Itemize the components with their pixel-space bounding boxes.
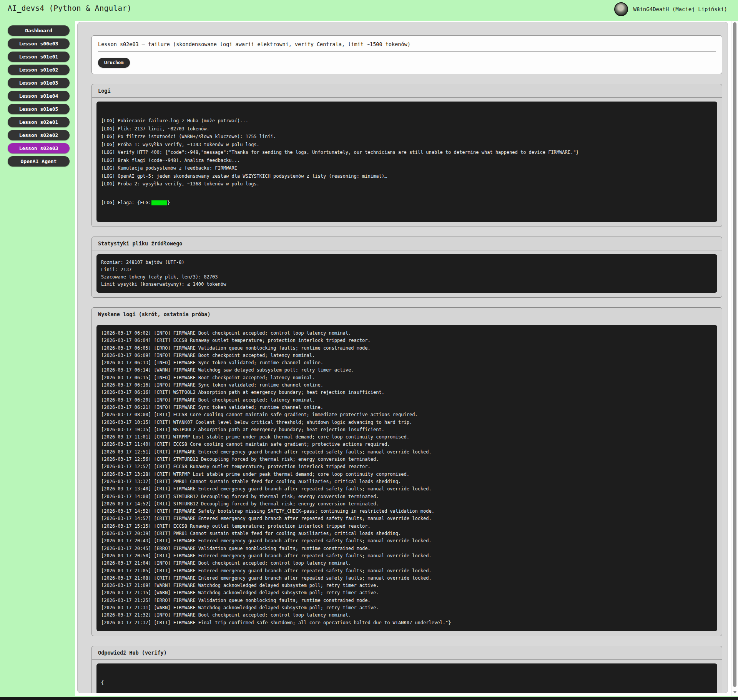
sent-log-line: [2026-03-17 10:15] [CRIT] WTANK07 Coolan… <box>101 419 713 426</box>
sidebar-item-lesson-s00e03[interactable]: Lesson s00e03 <box>8 38 70 49</box>
hub-response-body: { "code": 0, "message": "{FLG:}" } <box>92 660 722 693</box>
sent-log-line: [2026-03-17 21:31] [WARN] FIRMWARE Watch… <box>101 604 713 612</box>
sent-log-line: [2026-03-17 12:56] [CRIT] STMTURB12 Deco… <box>101 456 713 463</box>
sent-log-line: [2026-03-17 06:15] [INFO] FIRMWARE Boot … <box>101 374 713 382</box>
logi-section: Logi [LOG] Pobieranie failure.log z Huba… <box>91 84 722 227</box>
logi-lines: [LOG] Pobieranie failure.log z Huba (moż… <box>101 117 713 188</box>
stat-line: Szacowane tokeny (cały plik, len/3): 827… <box>101 273 713 281</box>
hub-response-terminal: { "code": 0, "message": "{FLG:}" } <box>96 663 717 693</box>
logi-body: [LOG] Pobieranie failure.log z Huba (moż… <box>92 98 722 227</box>
sent-log-line: [2026-03-17 21:04] [INFO] FIRMWARE Boot … <box>101 560 713 567</box>
stat-line: Limit wysyłki (konserwatywny): ≤ 1400 to… <box>101 281 713 288</box>
sent-log-line: [2026-03-17 06:13] [INFO] FIRMWARE Sync … <box>101 359 713 367</box>
sent-logs-body: [2026-03-17 06:02] [INFO] FIRMWARE Boot … <box>92 321 722 636</box>
log-line: [LOG] Plik: 2137 linii, ~82703 tokenów. <box>101 125 713 133</box>
sent-log-line: [2026-03-17 21:15] [WARN] FIRMWARE Watch… <box>101 589 713 597</box>
lesson-title: Lesson s02e03 – failure (skondensowane l… <box>98 41 716 47</box>
sent-log-line: [2026-03-17 12:57] [CRIT] ECCS8 Runaway … <box>101 463 713 470</box>
sent-log-line: [2026-03-17 06:20] [INFO] FIRMWARE Boot … <box>101 397 713 404</box>
log-line: [LOG] Próba 2: wysyłka verify, ~1368 tok… <box>101 180 713 188</box>
sent-log-line: [2026-03-17 20:39] [CRIT] PWR01 Cannot s… <box>101 530 713 537</box>
sent-log-line: [2026-03-17 06:02] [INFO] FIRMWARE Boot … <box>101 330 713 337</box>
sidebar-item-lesson-s01e05[interactable]: Lesson s01e05 <box>8 104 70 114</box>
log-line: [LOG] Próba 1: wysyłka verify, ~1343 tok… <box>101 141 713 149</box>
sent-log-line: [2026-03-17 21:32] [INFO] FIRMWARE Boot … <box>101 612 713 619</box>
sent-log-line: [2026-03-17 20:43] [CRIT] FIRMWARE Enter… <box>101 537 713 545</box>
log-line: [LOG] Verify HTTP 400: {"code":-948,"mes… <box>101 148 713 157</box>
sent-log-line: [2026-03-17 13:28] [CRIT] WTRPMP Lost st… <box>101 471 713 478</box>
sent-log-line: [2026-03-17 15:15] [CRIT] ECCS8 Runaway … <box>101 523 713 530</box>
scroll-down-arrow-icon[interactable] <box>733 691 737 693</box>
sent-log-line: [2026-03-17 06:14] [WARN] FIRMWARE Watch… <box>101 367 713 374</box>
sent-log-line: [2026-03-17 06:04] [CRIT] ECCS8 Runaway … <box>101 337 713 344</box>
sidebar-item-lesson-s02e02[interactable]: Lesson s02e02 <box>8 130 70 140</box>
sent-log-line: [2026-03-17 20:45] [ERRO] FIRMWARE Valid… <box>101 545 713 552</box>
sent-log-line: [2026-03-17 13:40] [CRIT] FIRMWARE Enter… <box>101 485 713 493</box>
sent-log-line: [2026-03-17 11:01] [CRIT] WTRPMP Lost st… <box>101 433 713 441</box>
sent-log-line: [2026-03-17 06:21] [INFO] FIRMWARE Sync … <box>101 404 713 411</box>
sent-log-line: [2026-03-17 21:05] [CRIT] FIRMWARE Enter… <box>101 567 713 575</box>
logi-heading: Logi <box>92 84 722 98</box>
sent-log-line: [2026-03-17 20:50] [CRIT] FIRMWARE Enter… <box>101 552 713 560</box>
stats-body: Rozmiar: 248107 bajtów (UTF-8)Linii: 213… <box>92 250 722 297</box>
stat-line: Linii: 2137 <box>101 266 713 273</box>
sent-log-line: [2026-03-17 14:52] [CRIT] STMTURB12 Deco… <box>101 500 713 508</box>
scrollbar-thumb[interactable] <box>733 22 736 687</box>
user-info: W8inG4DeatH (Maciej Lipiński) <box>614 2 727 16</box>
username: W8inG4DeatH (Maciej Lipiński) <box>633 6 727 12</box>
main-panel: Lesson s02e03 – failure (skondensowane l… <box>77 22 728 693</box>
run-button[interactable]: Uruchom <box>98 58 130 68</box>
log-line: [LOG] Po filtrze istotności (WARN+/słowa… <box>101 133 713 141</box>
bottom-bar <box>0 697 738 700</box>
sent-log-line: [2026-03-17 21:08] [CRIT] FIRMWARE Enter… <box>101 575 713 582</box>
sent-log-line: [2026-03-17 21:25] [ERRO] FIRMWARE Valid… <box>101 597 713 604</box>
avatar[interactable] <box>614 2 628 16</box>
sent-logs-section: Wysłane logi (skrót, ostatnia próba) [20… <box>91 307 722 636</box>
sent-log-line: [2026-03-17 12:51] [CRIT] FIRMWARE Enter… <box>101 448 713 456</box>
sent-log-line: [2026-03-17 14:52] [CRIT] FIRMWARE Safet… <box>101 508 713 515</box>
sidebar: DashboardLesson s00e03Lesson s01e01Lesso… <box>8 25 70 167</box>
lesson-card: Lesson s02e03 – failure (skondensowane l… <box>91 35 722 74</box>
log-flag-line: [LOG] Flaga: {FLG:} <box>101 199 713 207</box>
sent-log-line: [2026-03-17 06:09] [INFO] FIRMWARE Boot … <box>101 352 713 359</box>
content-area: Lesson s02e03 – failure (skondensowane l… <box>75 21 738 696</box>
log-line: [LOG] Kumulacja podsystemów z feedbacku:… <box>101 164 713 172</box>
json-open-brace: { <box>101 679 713 687</box>
sent-logs-heading: Wysłane logi (skrót, ostatnia próba) <box>92 308 722 321</box>
sidebar-item-lesson-s02e01[interactable]: Lesson s02e01 <box>8 117 70 127</box>
scrollbar[interactable] <box>731 21 738 696</box>
sidebar-item-lesson-s02e03[interactable]: Lesson s02e03 <box>8 143 70 153</box>
logi-terminal: [LOG] Pobieranie failure.log z Huba (moż… <box>96 102 717 222</box>
stats-heading: Statystyki pliku źródłowego <box>92 237 722 250</box>
title-divider <box>98 52 716 52</box>
sent-log-line: [2026-03-17 14:00] [CRIT] STMTURB12 Deco… <box>101 493 713 500</box>
sent-log-line: [2026-03-17 14:57] [CRIT] FIRMWARE Enter… <box>101 515 713 522</box>
sidebar-item-openai-agent[interactable]: OpenAI Agent <box>8 156 70 167</box>
stat-line: Rozmiar: 248107 bajtów (UTF-8) <box>101 259 713 266</box>
sent-log-line: [2026-03-17 06:16] [INFO] FIRMWARE Sync … <box>101 382 713 389</box>
sidebar-item-lesson-s01e04[interactable]: Lesson s01e04 <box>8 91 70 101</box>
flag-line-suffix: } <box>167 200 170 205</box>
sent-log-line: [2026-03-17 06:16] [CRIT] WSTPOOL2 Absor… <box>101 389 713 396</box>
sent-log-line: [2026-03-17 13:37] [CRIT] PWR01 Cannot s… <box>101 478 713 485</box>
stats-terminal: Rozmiar: 248107 bajtów (UTF-8)Linii: 213… <box>96 254 717 293</box>
sent-log-line: [2026-03-17 21:09] [WARN] FIRMWARE Watch… <box>101 582 713 589</box>
sidebar-item-lesson-s01e01[interactable]: Lesson s01e01 <box>8 52 70 62</box>
log-line: [LOG] Brak flagi (code=-948). Analiza fe… <box>101 157 713 165</box>
log-line: [LOG] Pobieranie failure.log z Huba (moż… <box>101 117 713 125</box>
flag-redaction-block <box>151 200 167 205</box>
sent-log-line: [2026-03-17 06:05] [ERRO] FIRMWARE Valid… <box>101 345 713 352</box>
sent-log-line: [2026-03-17 21:37] [CRIT] FIRMWARE Final… <box>101 619 713 627</box>
hub-response-section: Odpowiedź Hub (verify) { "code": 0, "mes… <box>91 646 722 693</box>
log-line: [LOG] OpenAI gpt-5: jeden skondensowany … <box>101 172 713 180</box>
sent-logs-terminal: [2026-03-17 06:02] [INFO] FIRMWARE Boot … <box>96 325 717 631</box>
sidebar-item-lesson-s01e03[interactable]: Lesson s01e03 <box>8 78 70 88</box>
sidebar-item-lesson-s01e02[interactable]: Lesson s01e02 <box>8 65 70 75</box>
hub-response-heading: Odpowiedź Hub (verify) <box>92 646 722 660</box>
sent-log-line: [2026-03-17 11:40] [CRIT] ECCS8 Core coo… <box>101 441 713 448</box>
app-header: AI_devs4 (Python & Angular) W8inG4DeatH … <box>0 0 738 21</box>
stats-section: Statystyki pliku źródłowego Rozmiar: 248… <box>91 237 722 298</box>
app-title: AI_devs4 (Python & Angular) <box>8 4 131 12</box>
sidebar-item-dashboard[interactable]: Dashboard <box>8 25 70 36</box>
sent-log-line: [2026-03-17 08:00] [CRIT] ECCS8 Core coo… <box>101 411 713 418</box>
